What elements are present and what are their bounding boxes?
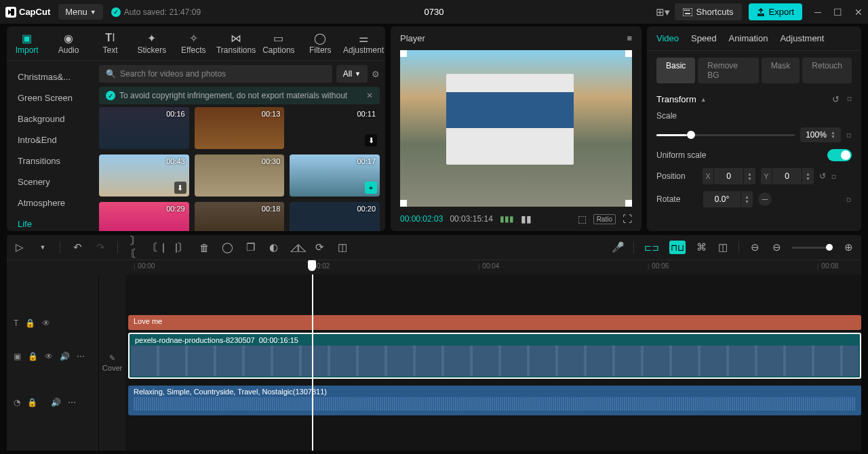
tab-stickers[interactable]: ✦Stickers [132, 29, 172, 58]
cat-greenscreen[interactable]: Green Screen [7, 87, 94, 108]
subtab-retouch[interactable]: Retouch [802, 58, 852, 83]
insp-tab-speed[interactable]: Speed [691, 33, 717, 43]
undo-icon[interactable]: ↶ [71, 241, 83, 253]
insp-tab-video[interactable]: Video [656, 33, 679, 43]
cat-background[interactable]: Background [7, 108, 94, 129]
audio-levels-icon[interactable]: ▮▮▮ [500, 214, 514, 224]
cat-scenery[interactable]: Scenery [7, 171, 94, 192]
tab-text[interactable]: TIText [90, 29, 130, 58]
timeline-ruler[interactable]: 00:00 00:02 00:04 00:06 00:08 [7, 260, 861, 274]
eye-icon[interactable]: 👁 [42, 318, 50, 328]
split-icon[interactable]: 〙〘 [129, 234, 141, 260]
cat-introend[interactable]: Intro&End [7, 129, 94, 150]
close-warning-button[interactable]: ✕ [366, 91, 373, 100]
mute-icon[interactable]: 🔊 [51, 398, 61, 407]
tab-captions[interactable]: ▭Captions [258, 29, 298, 58]
zoom-in-icon[interactable]: ⊖ [770, 241, 783, 253]
delete-icon[interactable]: 🗑 [198, 242, 210, 253]
close-button[interactable]: ✕ [854, 7, 863, 18]
download-icon[interactable]: ⬇ [365, 134, 377, 146]
media-thumb[interactable]: 00:20 [290, 202, 380, 231]
media-thumb[interactable]: 00:30 [195, 154, 285, 197]
export-button[interactable]: Export [749, 3, 803, 20]
stepper-icon[interactable]: ▲▼ [743, 168, 755, 184]
rotate-icon[interactable]: ⟳ [313, 241, 326, 253]
text-clip[interactable]: Love me [128, 315, 861, 330]
reset-icon[interactable]: ↺ [819, 171, 826, 181]
reset-icon[interactable]: ↺ [832, 94, 840, 104]
cat-atmosphere[interactable]: Atmosphere [7, 192, 94, 213]
insp-tab-animation[interactable]: Animation [729, 33, 768, 43]
menu-button[interactable]: Menu▼ [58, 4, 102, 20]
add-icon[interactable]: + [365, 182, 377, 194]
pos-y-input[interactable]: 0 [772, 168, 802, 184]
keyframe-icon[interactable]: ◇ [844, 94, 854, 104]
scale-value-input[interactable]: 100%▲▼ [800, 127, 841, 142]
tab-adjustment[interactable]: ⚌Adjustment [342, 29, 385, 58]
cursor-tool-icon[interactable]: ▷ [14, 241, 26, 253]
download-icon[interactable]: ⬇ [174, 182, 186, 194]
maximize-button[interactable]: ☐ [833, 7, 842, 18]
zoom-slider[interactable] [792, 247, 833, 249]
filter-all-button[interactable]: All▼ [336, 65, 368, 83]
marker-icon[interactable]: ◯ [221, 241, 233, 253]
media-thumb[interactable]: 00:16 [99, 107, 189, 149]
media-thumb[interactable]: 00:13 [195, 107, 285, 149]
cat-christmas[interactable]: Christmas&... [7, 66, 94, 87]
subtab-removebg[interactable]: Remove BG [698, 58, 758, 83]
mirror-icon[interactable]: ◿◺ [290, 241, 302, 253]
mute-icon[interactable]: 🔊 [60, 352, 70, 361]
stepper-icon[interactable]: ▲▼ [802, 168, 814, 184]
scale-slider[interactable] [656, 134, 795, 136]
tab-audio[interactable]: ◉Audio [48, 29, 88, 58]
resize-handle[interactable] [625, 50, 632, 57]
split-left-icon[interactable]: 〘| [152, 241, 164, 254]
tab-filters[interactable]: ◯Filters [300, 29, 340, 58]
preview-viewport[interactable]: Love me [400, 50, 632, 207]
subtab-basic[interactable]: Basic [656, 58, 695, 83]
playhead[interactable] [308, 260, 316, 271]
link-icon[interactable]: ⌘ [695, 241, 707, 253]
redo-icon[interactable]: ↷ [94, 241, 106, 253]
more-icon[interactable]: ⋯ [68, 398, 76, 407]
media-thumb[interactable]: 00:29 [99, 202, 189, 231]
snapshot-icon[interactable]: ⬚ [578, 213, 587, 224]
align-icon[interactable]: ◫ [717, 241, 729, 253]
audio-clip[interactable]: Relaxing, Simple, Countryside, Travel, N… [128, 386, 861, 415]
stepper-icon[interactable]: ▲▼ [741, 191, 753, 207]
media-thumb[interactable]: 00:18 [195, 202, 285, 231]
lock-icon[interactable]: 🔒 [27, 398, 37, 407]
chevron-down-icon[interactable]: ▼ [37, 244, 49, 251]
player-menu-icon[interactable]: ≡ [627, 33, 632, 43]
insp-tab-adjustment[interactable]: Adjustment [780, 33, 824, 43]
fullscreen-icon[interactable]: ⛶ [623, 213, 632, 224]
search-input[interactable]: 🔍 Search for videos and photos [99, 65, 332, 83]
media-thumb[interactable]: 00:17+ [290, 154, 380, 197]
playhead-line[interactable] [312, 274, 313, 451]
rotate-dial[interactable]: ─ [758, 192, 772, 206]
more-icon[interactable]: ⋯ [77, 352, 85, 361]
pause-button[interactable]: ▮▮ [521, 213, 532, 224]
copy-icon[interactable]: ❐ [244, 241, 256, 253]
keyframe-icon[interactable]: ◇ [829, 171, 838, 180]
video-clip[interactable]: pexels-rodnae-productions-8230507 00:00:… [128, 333, 861, 379]
media-thumb[interactable]: 00:11⬇ [290, 107, 380, 149]
subtab-mask[interactable]: Mask [762, 58, 800, 83]
project-title[interactable]: 0730 [425, 7, 444, 17]
shortcuts-button[interactable]: Shortcuts [675, 3, 742, 20]
zoom-fit-icon[interactable]: ⊕ [842, 241, 854, 253]
media-thumb[interactable]: 00:43⬇ [99, 154, 189, 197]
tab-import[interactable]: ▣Import [7, 29, 47, 58]
resize-handle[interactable] [400, 200, 407, 207]
split-right-icon[interactable]: |〙 [175, 241, 187, 254]
lock-icon[interactable]: 🔒 [25, 318, 35, 328]
stepper-icon[interactable]: ▲▼ [831, 131, 835, 139]
rotate-input[interactable]: 0.0° [703, 191, 741, 207]
speed-icon[interactable]: ◐ [267, 241, 279, 253]
tab-transitions[interactable]: ⋈Transitions [215, 29, 257, 58]
keyframe-icon[interactable]: ◇ [844, 130, 853, 139]
ratio-button[interactable]: Ratio [593, 214, 616, 224]
cover-button[interactable]: ✎ Cover [98, 274, 125, 451]
cat-transitions[interactable]: Transitions [7, 150, 94, 171]
collapse-icon[interactable]: ▲ [701, 96, 707, 103]
